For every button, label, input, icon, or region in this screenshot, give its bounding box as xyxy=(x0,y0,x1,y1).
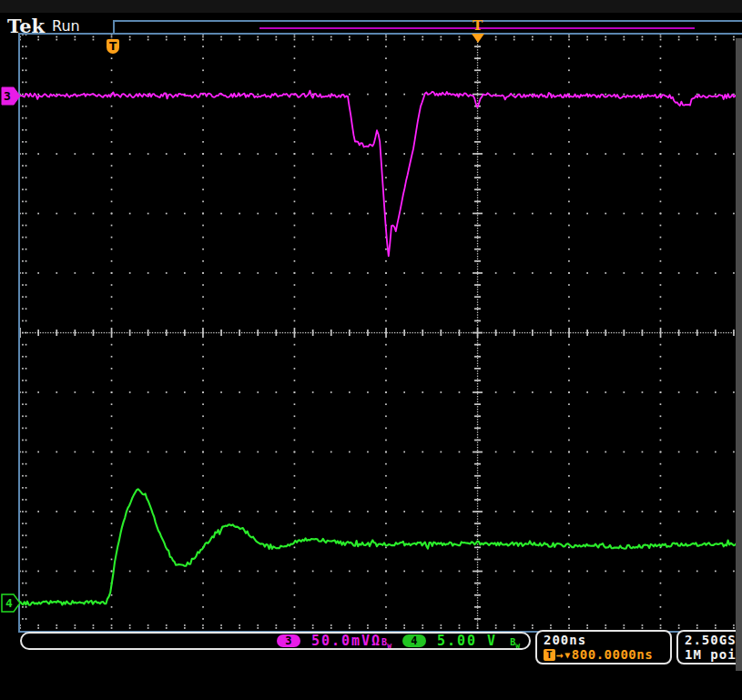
grid-dot xyxy=(333,332,334,333)
grid-dot xyxy=(22,380,24,381)
grid-dot xyxy=(202,213,204,215)
grid-dot xyxy=(733,330,735,336)
grid-dot xyxy=(509,332,510,333)
grid-dot xyxy=(349,272,351,274)
grid-dot xyxy=(667,332,668,333)
grid-dot xyxy=(22,571,24,573)
grid-dot xyxy=(88,332,89,333)
grid-dot xyxy=(499,332,500,333)
grid-dot xyxy=(642,272,644,274)
grid-dot xyxy=(276,36,278,38)
grid-dot xyxy=(267,332,268,333)
grid-dot xyxy=(37,36,39,38)
grid-dot xyxy=(696,391,698,393)
grid-dot xyxy=(586,627,588,629)
grid-dot xyxy=(37,153,39,155)
grid-dot xyxy=(422,451,423,453)
grid-dot xyxy=(477,399,478,400)
ch3-badge: 3 xyxy=(277,634,300,647)
grid-dot xyxy=(20,213,21,215)
grid-dot xyxy=(294,39,296,41)
grid-dot xyxy=(111,237,113,238)
grid-dot xyxy=(369,332,370,333)
grid-dot xyxy=(37,39,39,41)
grid-dot xyxy=(385,356,387,358)
grid-dot xyxy=(430,332,431,333)
grid-dot xyxy=(290,332,290,333)
overview-trigger-arrow-icon xyxy=(472,34,484,43)
grid-dot xyxy=(403,451,405,453)
grid-dot xyxy=(532,39,534,41)
overview-trigger-icon: T xyxy=(473,17,483,34)
grid-dot xyxy=(660,522,662,524)
grid-dot xyxy=(568,368,570,370)
grid-dot xyxy=(294,380,296,381)
grid-dot xyxy=(495,272,497,274)
grid-dot xyxy=(660,320,662,322)
grid-dot xyxy=(477,157,478,157)
grid-dot xyxy=(441,451,442,453)
grid-dot xyxy=(202,627,204,629)
grid-dot xyxy=(75,36,76,38)
grid-dot xyxy=(111,225,113,227)
grid-dot xyxy=(624,571,625,573)
grid-dot xyxy=(477,424,478,425)
grid-dot xyxy=(642,391,644,393)
grid-dot xyxy=(682,332,683,333)
grid-dot xyxy=(239,272,240,274)
channel4-marker-label: 4 xyxy=(5,596,13,610)
grid-dot xyxy=(349,571,351,573)
grid-dot xyxy=(276,330,278,336)
grid-dot xyxy=(166,571,168,573)
grid-dot xyxy=(294,46,296,47)
grid-dot xyxy=(516,332,517,333)
grid-dot xyxy=(474,415,481,417)
grid-dot xyxy=(367,571,369,573)
grid-dot xyxy=(690,332,691,333)
grid-dot xyxy=(312,153,314,155)
grid-dot xyxy=(568,36,570,38)
grid-dot xyxy=(568,583,570,584)
grid-dot xyxy=(50,332,51,333)
grid-dot xyxy=(25,201,27,203)
grid-dot xyxy=(550,39,552,41)
grid-dot xyxy=(477,373,478,374)
grid-dot xyxy=(474,46,481,47)
grid-dot xyxy=(568,428,570,430)
grid-dot xyxy=(111,165,113,167)
grid-dot xyxy=(459,451,461,453)
grid-dot xyxy=(660,627,662,629)
grid-dot xyxy=(25,380,27,381)
grid-dot xyxy=(129,627,131,629)
grid-dot xyxy=(477,340,478,340)
grid-dot xyxy=(25,344,27,346)
grid-dot xyxy=(108,332,109,333)
grid-dot xyxy=(129,36,131,38)
grid-dot xyxy=(473,571,483,573)
grid-dot xyxy=(477,159,478,160)
grid-dot xyxy=(631,332,632,333)
grid-dot xyxy=(660,415,662,417)
grid-dot xyxy=(474,440,481,441)
grid-dot xyxy=(385,391,387,393)
grid-dot xyxy=(715,39,717,41)
grid-dot xyxy=(474,201,481,203)
grid-dot xyxy=(294,260,296,262)
grid-dot xyxy=(568,571,570,573)
grid-dot xyxy=(420,332,421,333)
grid-dot xyxy=(385,583,387,584)
grid-dot xyxy=(56,272,57,274)
grid-dot xyxy=(477,113,478,114)
grid-dot xyxy=(660,177,662,178)
grid-dot xyxy=(604,332,605,333)
ch4-bandwidth-icon: Bw xyxy=(510,637,520,647)
grid-dot xyxy=(294,499,296,501)
grid-dot xyxy=(22,618,24,620)
grid-dot xyxy=(568,499,570,501)
grid-dot xyxy=(495,391,497,393)
grid-dot xyxy=(477,87,478,88)
grid-dot xyxy=(111,428,113,430)
grid-dot xyxy=(605,153,606,155)
grid-dot xyxy=(660,428,662,430)
grid-dot xyxy=(473,391,483,393)
